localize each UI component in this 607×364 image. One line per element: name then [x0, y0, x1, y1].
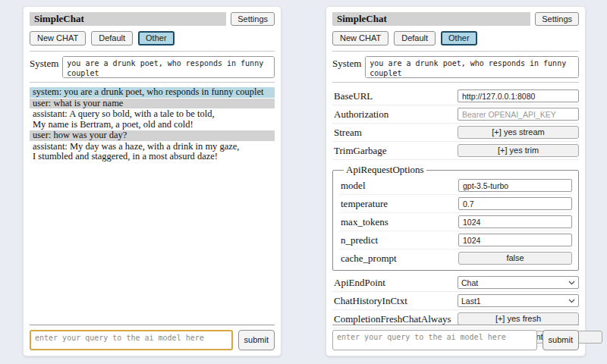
trimgarbage-toggle-button[interactable]: [+] yes trim — [458, 144, 579, 157]
chat-message-assistant: assistant: My day was a haze, with a dri… — [30, 142, 275, 162]
authorization-input[interactable] — [458, 108, 579, 121]
chat-panel: SimpleChat Settings New CHAT Default Oth… — [23, 6, 281, 356]
setting-row-apiendpoint: ApiEndPoint Chat — [332, 274, 579, 292]
page: SimpleChat Settings New CHAT Default Oth… — [0, 0, 607, 364]
cache-prompt-label: cache_prompt — [341, 253, 458, 265]
query-input[interactable] — [30, 330, 233, 350]
app-title: SimpleChat — [30, 12, 226, 26]
api-request-options-fieldset: ApiRequestOptions model temperature max_… — [332, 164, 579, 271]
setting-row-stream: Stream [+] yes stream — [332, 124, 579, 142]
model-input[interactable] — [458, 179, 572, 192]
session-toolbar: New CHAT Default Other — [30, 31, 275, 46]
system-prompt-label: System — [332, 56, 361, 70]
header: SimpleChat Settings — [30, 12, 275, 26]
submit-button[interactable]: submit — [238, 330, 275, 350]
session-tab-default[interactable]: Default — [91, 31, 133, 46]
apiendpoint-selected-value: Chat — [461, 278, 478, 287]
chat-message-user: user: what is your name — [30, 99, 275, 109]
divider — [332, 325, 579, 325]
setting-row-n-predict: n_predict — [339, 231, 572, 249]
app-title: SimpleChat — [332, 12, 530, 26]
new-chat-button[interactable]: New CHAT — [332, 31, 388, 46]
setting-row-cache-prompt: cache_prompt false — [339, 249, 572, 267]
system-prompt-row: System you are a drunk poet, who respond… — [332, 56, 579, 78]
settings-button[interactable]: Settings — [231, 12, 275, 26]
temperature-label: temperature — [341, 198, 458, 210]
chat-message-system: system: you are a drunk poet, who respon… — [30, 87, 275, 98]
chathistoryinctxt-label: ChatHistoryInCtxt — [334, 295, 458, 307]
setting-row-temperature: temperature — [339, 195, 572, 213]
chathistoryinctxt-selected-value: Last1 — [461, 297, 481, 306]
completionfreshchatalways-toggle-button[interactable]: [+] yes fresh — [458, 312, 579, 325]
n-predict-input[interactable] — [458, 234, 572, 246]
divider — [332, 82, 579, 83]
trimgarbage-label: TrimGarbage — [334, 145, 458, 157]
chat-message-list: system: you are a drunk poet, who respon… — [30, 87, 275, 162]
settings-button[interactable]: Settings — [535, 12, 579, 26]
query-area: submit — [332, 325, 579, 350]
header: SimpleChat Settings — [332, 12, 579, 26]
setting-row-baseurl: BaseURL — [332, 87, 579, 105]
divider — [30, 82, 275, 83]
max-tokens-input[interactable] — [458, 215, 572, 228]
system-prompt-label: System — [30, 56, 58, 70]
apiendpoint-label: ApiEndPoint — [334, 277, 458, 289]
divider — [30, 51, 275, 52]
divider — [30, 325, 275, 325]
model-label: model — [341, 180, 458, 192]
baseurl-label: BaseURL — [334, 90, 458, 102]
chevron-down-icon — [568, 299, 575, 303]
baseurl-input[interactable] — [458, 89, 579, 102]
setting-row-model: model — [339, 177, 572, 195]
setting-row-authorization: Authorization — [332, 105, 579, 124]
new-chat-button[interactable]: New CHAT — [30, 31, 86, 46]
session-tab-default[interactable]: Default — [394, 31, 436, 46]
chat-message-assistant: assistant: A query so bold, with a tale … — [30, 109, 275, 130]
chat-message-user: user: how was your day? — [30, 130, 275, 141]
chevron-down-icon — [568, 281, 575, 285]
setting-row-chathistoryinctxt: ChatHistoryInCtxt Last1 — [332, 292, 579, 310]
max-tokens-label: max_tokens — [341, 216, 458, 228]
session-tab-other[interactable]: Other — [138, 31, 175, 46]
stream-toggle-button[interactable]: [+] yes stream — [458, 126, 579, 139]
submit-button[interactable]: submit — [543, 330, 579, 350]
query-input[interactable] — [332, 330, 537, 350]
system-prompt-row: System you are a drunk poet, who respond… — [30, 56, 275, 78]
session-tab-other[interactable]: Other — [441, 31, 477, 46]
setting-row-trimgarbage: TrimGarbage [+] yes trim — [332, 142, 579, 160]
settings-panel: SimpleChat Settings New CHAT Default Oth… — [326, 6, 586, 356]
temperature-input[interactable] — [458, 197, 572, 210]
authorization-label: Authorization — [334, 108, 458, 121]
completionfreshchatalways-label: CompletionFreshChatAlways — [334, 313, 458, 325]
chathistoryinctxt-select[interactable]: Last1 — [458, 294, 579, 307]
query-area: submit — [30, 325, 275, 350]
divider — [332, 51, 579, 52]
n-predict-label: n_predict — [341, 234, 458, 246]
apiendpoint-select[interactable]: Chat — [458, 276, 579, 289]
stream-label: Stream — [334, 127, 458, 139]
system-prompt-input[interactable]: you are a drunk poet, who responds in fu… — [365, 56, 579, 78]
system-prompt-input[interactable]: you are a drunk poet, who responds in fu… — [62, 56, 275, 78]
api-request-options-legend: ApiRequestOptions — [344, 164, 426, 176]
setting-row-max-tokens: max_tokens — [339, 213, 572, 231]
cache-prompt-toggle-button[interactable]: false — [458, 252, 572, 265]
session-toolbar: New CHAT Default Other — [332, 31, 579, 46]
